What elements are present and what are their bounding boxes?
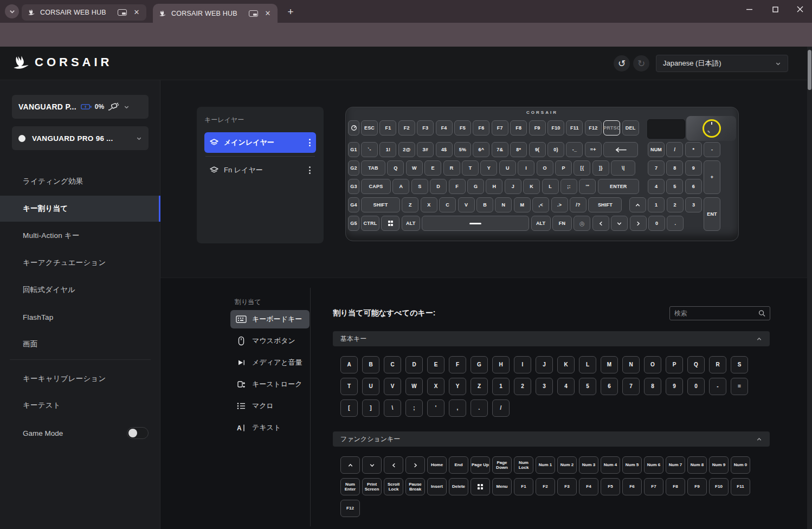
page-scrollbar-track[interactable]: [807, 47, 812, 529]
key-f5[interactable]: F5: [454, 120, 471, 136]
model-selector[interactable]: VANGUARD PRO 96 ...: [12, 126, 149, 150]
key-n[interactable]: N: [495, 197, 512, 212]
key-k[interactable]: K: [523, 179, 540, 194]
assignable-key-x[interactable]: X: [427, 378, 444, 395]
assignable-key-num-5[interactable]: Num 5: [622, 456, 642, 474]
section-header-key[interactable]: 基本キー: [333, 331, 770, 346]
key-left[interactable]: [592, 216, 609, 231]
layer-item-fn[interactable]: Fn レイヤー: [204, 160, 316, 180]
assignable-key-g[interactable]: G: [471, 356, 488, 373]
assignable-key-win[interactable]: [471, 478, 490, 495]
key-t[interactable]: T: [462, 160, 479, 176]
new-tab-button[interactable]: +: [284, 5, 297, 18]
key-3[interactable]: 3: [685, 197, 702, 212]
key-f2[interactable]: F2: [398, 120, 415, 136]
key-5[interactable]: 5: [666, 179, 683, 194]
assignable-key-key[interactable]: =: [731, 378, 748, 395]
key-f6[interactable]: F6: [473, 120, 489, 136]
assignable-key-f7[interactable]: F7: [644, 478, 663, 495]
assignable-key-i[interactable]: I: [514, 356, 531, 373]
redo-button[interactable]: ↻: [633, 55, 649, 72]
assignable-key-left[interactable]: [384, 456, 403, 474]
assignable-key-num-0[interactable]: Num 0: [731, 456, 750, 474]
assignable-key-page-down[interactable]: Page Down: [492, 456, 512, 474]
assignable-key-q[interactable]: Q: [687, 356, 705, 373]
key-fn[interactable]: FN: [552, 216, 572, 231]
key-i[interactable]: I: [518, 160, 534, 176]
assignable-key-f10[interactable]: F10: [709, 478, 729, 495]
keyboard-dial-selected[interactable]: [703, 119, 721, 138]
key-p[interactable]: P: [555, 160, 572, 176]
key-1[interactable]: 1!: [379, 142, 396, 157]
key-7[interactable]: 7: [648, 160, 665, 176]
assignable-key-key[interactable]: ': [427, 399, 444, 417]
assignable-key-r[interactable]: R: [709, 356, 726, 373]
assignable-key-z[interactable]: Z: [471, 378, 488, 395]
key-f7[interactable]: F7: [492, 120, 508, 136]
assign-type-keyboard[interactable]: キーボードキー: [230, 310, 310, 328]
key-g5[interactable]: G5: [348, 216, 359, 231]
game-mode-toggle[interactable]: [127, 427, 149, 439]
assignable-key-num-enter[interactable]: Num Enter: [340, 478, 360, 495]
key-r[interactable]: R: [443, 160, 460, 176]
assignable-key-num-3[interactable]: Num 3: [579, 456, 598, 474]
assignable-key-f8[interactable]: F8: [666, 478, 685, 495]
key-f4[interactable]: F4: [436, 120, 453, 136]
key-w[interactable]: W: [406, 160, 423, 176]
device-selector[interactable]: VANGUARD P... 0%: [12, 95, 149, 119]
assignable-key-key[interactable]: ;: [405, 399, 423, 417]
key-space[interactable]: [422, 216, 529, 231]
key-9[interactable]: 9: [685, 160, 702, 176]
key-0[interactable]: 0: [648, 216, 665, 231]
browser-tab-1[interactable]: CORSAIR WEB HUB ✕: [22, 4, 146, 21]
key-e[interactable]: E: [424, 160, 441, 176]
assignable-key-h[interactable]: H: [492, 356, 510, 373]
layer-item-key[interactable]: メインレイヤー: [204, 132, 316, 153]
key-alt[interactable]: ALT: [402, 216, 420, 231]
assignable-key-pause-break[interactable]: Pause Break: [405, 478, 425, 495]
key-key[interactable]: \|: [611, 160, 635, 176]
browser-tab-2[interactable]: CORSAIR WEB HUB ✕: [153, 4, 278, 23]
assignable-key-9[interactable]: 9: [666, 378, 683, 395]
key-6[interactable]: 6^: [473, 142, 489, 157]
sidebar-item-multi-action[interactable]: Multi-Action キー: [0, 223, 160, 249]
assignable-key-num-8[interactable]: Num 8: [687, 456, 707, 474]
key-key[interactable]: =+: [585, 142, 602, 157]
key-key[interactable]: ]}: [592, 160, 609, 176]
key-esc[interactable]: ESC: [361, 120, 378, 136]
key-g3[interactable]: G3: [348, 179, 359, 194]
assignable-key-f4[interactable]: F4: [579, 478, 598, 495]
sidebar-item-key[interactable]: キー割り当て: [0, 196, 160, 222]
key-key[interactable]: .>: [551, 197, 568, 212]
key-ent[interactable]: ENT: [704, 197, 720, 231]
assignable-key-print-screen[interactable]: Print Screen: [362, 478, 382, 495]
page-scrollbar-thumb[interactable]: [808, 50, 811, 90]
key-7[interactable]: 7&: [492, 142, 508, 157]
assignable-key-f3[interactable]: F3: [557, 478, 577, 495]
key-8[interactable]: 8*: [510, 142, 527, 157]
assignable-key-home[interactable]: Home: [427, 456, 447, 474]
key-f12[interactable]: F12: [585, 120, 602, 136]
key-key[interactable]: ,<: [532, 197, 549, 212]
key-shift[interactable]: SHIFT: [361, 197, 400, 212]
key-alt[interactable]: ALT: [531, 216, 551, 231]
key-key[interactable]: [{: [573, 160, 590, 176]
assignable-key-key[interactable]: /: [492, 399, 510, 417]
assignable-key-k[interactable]: K: [557, 356, 575, 373]
key-z[interactable]: Z: [402, 197, 418, 212]
key-q[interactable]: Q: [387, 160, 404, 176]
key-l[interactable]: L: [542, 179, 559, 194]
key-key[interactable]: *: [685, 142, 702, 157]
key-g[interactable]: G: [467, 179, 484, 194]
key-key[interactable]: '": [579, 179, 596, 194]
key-3[interactable]: 3#: [417, 142, 434, 157]
assign-type-media[interactable]: メディアと音量: [230, 353, 310, 372]
key-4[interactable]: 4: [648, 179, 665, 194]
key-4[interactable]: 4$: [436, 142, 453, 157]
search-input[interactable]: [674, 309, 758, 317]
key-shift[interactable]: SHIFT: [588, 197, 622, 212]
assign-type-mouse[interactable]: マウスボタン: [230, 332, 303, 350]
key-right[interactable]: [630, 216, 647, 231]
language-select[interactable]: Japanese (日本語): [656, 55, 788, 72]
key-win[interactable]: [381, 216, 399, 231]
